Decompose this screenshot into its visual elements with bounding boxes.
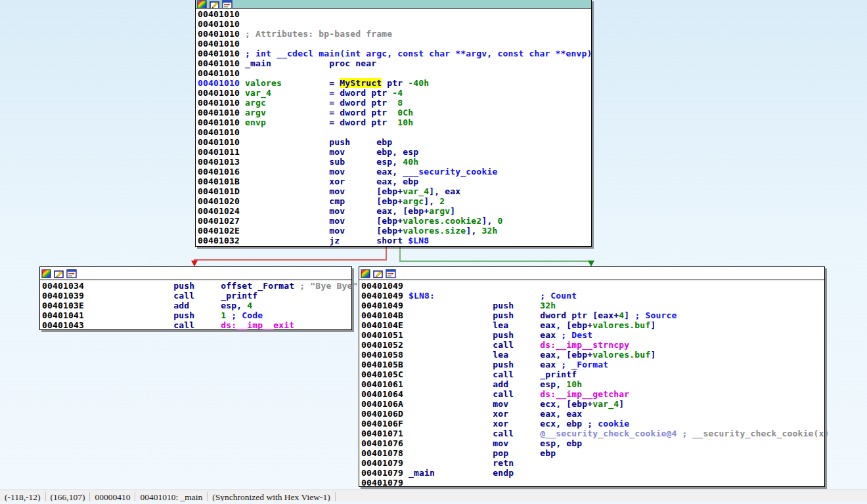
node-titlebar[interactable]	[196, 0, 591, 9]
code-line[interactable]: 00401013 sub esp, 40h	[198, 157, 589, 167]
code-token: 00401071	[361, 429, 403, 438]
palette-icon[interactable]	[197, 0, 208, 9]
code-line[interactable]: 00401079	[361, 478, 822, 488]
code-line[interactable]: 0040101D mov [ebp+var_4], eax	[198, 186, 589, 196]
code-line[interactable]: 00401020 cmp [ebp+argc], 2	[198, 196, 589, 206]
code-token: jz short	[240, 236, 408, 245]
code-line[interactable]: 0040106F xor ecx, ebp ; cookie	[361, 419, 822, 429]
graph-node-main[interactable]: 004010100040101000401010 ; Attributes: b…	[195, 0, 592, 247]
code-token: xor eax, eax	[403, 409, 582, 419]
code-token: 00401064	[361, 389, 403, 399]
code-line[interactable]: 0040101B xor eax, ebp	[198, 177, 589, 186]
code-token: ds:__imp__strncpy	[540, 340, 629, 350]
code-line[interactable]: 0040104E lea eax, [ebp+valores.buf]	[361, 320, 822, 330]
graph-node-ln8[interactable]: 0040104900401049 $LN8: ; Count00401049 p…	[359, 266, 825, 487]
code-line[interactable]: 0040105C call _printf	[361, 369, 822, 379]
code-line[interactable]: 00401010	[198, 19, 589, 29]
code-line[interactable]: 0040106D xor eax, eax	[361, 409, 822, 419]
code-token: 0040104B	[361, 310, 403, 320]
code-token: 0040105B	[361, 360, 403, 369]
code-line[interactable]: 00401034 push offset _Format ; "Bye Bye"	[42, 281, 349, 291]
code-line[interactable]: 00401010	[198, 39, 589, 49]
code-token: ; Attributes: bp-based frame	[245, 29, 392, 39]
code-line[interactable]: 00401052 call ds:__imp__strncpy	[361, 340, 822, 350]
code-line[interactable]: 0040103E add esp, 4	[42, 301, 349, 310]
code-line[interactable]: 00401024 mov eax, [ebp+argv]	[198, 206, 589, 216]
code-token: 0040106D	[361, 409, 403, 419]
code-line[interactable]: 00401027 mov [ebp+valores.cookie2], 0	[198, 216, 589, 226]
code-line[interactable]: 00401039 call _printf	[42, 291, 349, 301]
code-token: mov ecx, [ebp+	[403, 399, 592, 409]
code-line[interactable]: 00401049 push 32h	[361, 301, 822, 310]
code-token: 32h	[481, 226, 497, 236]
code-line[interactable]: 00401049	[361, 281, 822, 291]
code-token: ]	[650, 320, 656, 330]
code-line[interactable]: 00401079 _main endp	[361, 468, 822, 478]
code-token: add esp,	[84, 301, 247, 310]
code-line[interactable]: 0040105B push eax ; _Format	[361, 360, 822, 369]
code-line[interactable]: 00401011 mov ebp, esp	[198, 147, 589, 157]
edge-false-branch	[194, 247, 386, 261]
code-line[interactable]: 0040102E mov [ebp+valores.size], 32h	[198, 226, 589, 236]
edge-true-branch-arrowhead	[588, 261, 594, 266]
group-sync-icon[interactable]	[66, 269, 77, 278]
code-line[interactable]: 00401064 call ds:__imp__getchar	[361, 389, 822, 399]
code-token: mov eax, [ebp+	[240, 206, 429, 216]
edit-annotation-icon[interactable]	[210, 0, 220, 9]
graph-view-canvas[interactable]: 004010100040101000401010 ; Attributes: b…	[0, 0, 867, 490]
code-token: xor eax, ebp	[240, 177, 418, 186]
code-line[interactable]: 00401010 push ebp	[198, 137, 589, 147]
group-sync-icon[interactable]	[222, 0, 233, 9]
graph-node-exit[interactable]: 00401034 push offset _Format ; "Bye Bye"…	[39, 266, 352, 330]
code-token: _main endp	[409, 468, 514, 478]
code-line[interactable]: 0040106A mov ecx, [ebp+var_4]	[361, 399, 822, 409]
code-line[interactable]: 00401010 _main proc near	[198, 58, 589, 68]
code-line[interactable]: 00401010 var_4 = dword ptr -4	[198, 88, 589, 98]
code-line[interactable]: 00401010	[198, 68, 589, 78]
palette-icon[interactable]	[41, 269, 52, 278]
code-line[interactable]: 00401032 jz short $LN8	[198, 236, 589, 245]
code-token: lea eax, [ebp+	[403, 350, 592, 360]
code-line[interactable]: 00401076 mov esp, ebp	[361, 438, 822, 448]
code-line[interactable]: 00401043 call ds:__imp__exit	[42, 320, 349, 330]
code-line[interactable]: 00401078 pop ebp	[361, 448, 822, 458]
code-line[interactable]: 00401061 add esp, 10h	[361, 379, 822, 389]
code-token: ]	[450, 206, 455, 216]
code-token: ]	[650, 350, 656, 360]
code-line[interactable]: 00401010 ; int __cdecl main(int argc, co…	[198, 49, 589, 58]
code-token: var_4	[245, 88, 271, 98]
code-token: ; "Bye Bye"	[294, 281, 357, 291]
code-line[interactable]: 00401041 push 1 ; Code	[42, 310, 349, 320]
edge-true-branch	[400, 247, 591, 261]
code-token: ],	[481, 216, 497, 226]
code-line[interactable]: 0040104B push dword ptr [eax+4] ; Source	[361, 310, 822, 320]
code-token: 00401058	[361, 350, 403, 360]
code-token: = dword ptr	[266, 98, 397, 108]
code-token: 00401078	[361, 448, 403, 458]
code-token: 00401010	[198, 39, 240, 49]
code-line[interactable]: 00401010 argc = dword ptr 8	[198, 98, 589, 108]
palette-icon[interactable]	[361, 269, 371, 278]
code-token: 00401010	[198, 127, 240, 137]
code-line[interactable]: 00401058 lea eax, [ebp+valores.buf]	[361, 350, 822, 360]
group-sync-icon[interactable]	[386, 269, 396, 278]
code-line[interactable]: 00401010 ; Attributes: bp-based frame	[198, 29, 589, 39]
code-line[interactable]: 00401016 mov eax, ___security_cookie	[198, 167, 589, 177]
code-line[interactable]: 00401079 retn	[361, 458, 822, 468]
code-line[interactable]: 00401010 envp = dword ptr 10h	[198, 117, 589, 127]
code-line[interactable]: 00401051 push eax ; Dest	[361, 330, 822, 340]
code-line[interactable]: 00401010	[198, 127, 589, 137]
edit-annotation-icon[interactable]	[373, 269, 384, 278]
node-titlebar[interactable]	[359, 267, 824, 280]
code-line[interactable]: 00401071 call @__security_check_cookie@4…	[361, 429, 822, 438]
node-titlebar[interactable]	[40, 267, 351, 280]
code-token: push eax	[403, 330, 556, 340]
code-line[interactable]: 00401010	[198, 9, 589, 19]
edit-annotation-icon[interactable]	[54, 269, 64, 278]
code-token: mov ebp, esp	[240, 147, 418, 157]
code-line[interactable]: 00401010 valores = MyStruct ptr -40h	[198, 78, 589, 88]
code-line[interactable]: 00401049 $LN8: ; Count	[361, 291, 822, 301]
code-token: add esp,	[403, 379, 566, 389]
code-token: ; _Format	[556, 360, 608, 369]
code-line[interactable]: 00401010 argv = dword ptr 0Ch	[198, 108, 589, 117]
